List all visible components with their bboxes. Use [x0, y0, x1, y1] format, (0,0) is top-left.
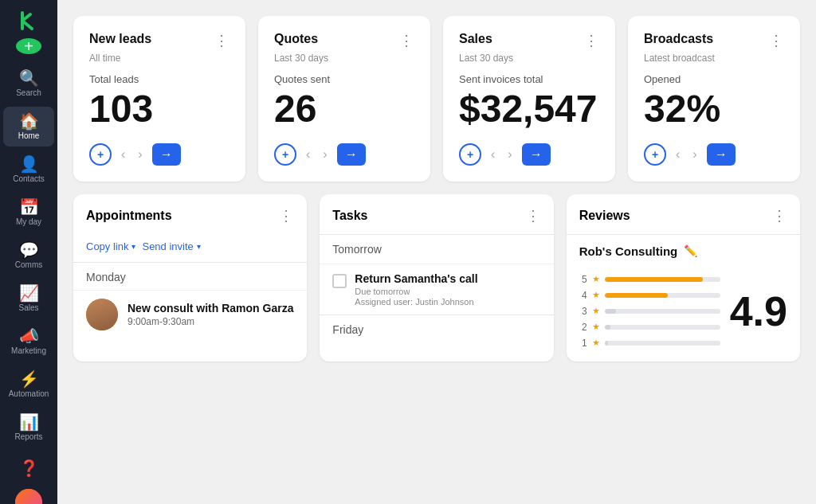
copy-link-button[interactable]: Copy link ▾ — [86, 240, 135, 252]
review-star-icon: ★ — [592, 306, 600, 316]
review-row-3: 3 ★ — [579, 306, 720, 317]
help-icon: ❓ — [19, 460, 39, 476]
sidebar-item-contacts[interactable]: 👤 Contacts — [3, 150, 54, 189]
stat-go-quotes[interactable]: → — [337, 143, 366, 166]
sidebar: + 🔍 Search 🏠 Home 👤 Contacts 📅 My day 💬 … — [0, 0, 57, 504]
sidebar-item-home[interactable]: 🏠 Home — [3, 107, 54, 147]
stat-add-broadcasts[interactable]: + — [644, 143, 666, 166]
stat-prev-broadcasts[interactable]: ‹ — [673, 146, 683, 163]
stat-next-broadcasts[interactable]: › — [689, 146, 700, 163]
tasks-more[interactable]: ⋮ — [526, 207, 541, 225]
stat-next-new-leads[interactable]: › — [135, 146, 145, 163]
review-num: 1 — [579, 338, 587, 349]
stat-go-sales[interactable]: → — [522, 143, 551, 166]
reviews-score: 4.9 — [730, 291, 787, 332]
copy-link-label: Copy link — [86, 240, 128, 252]
sidebar-item-comms[interactable]: 💬 Comms — [3, 236, 54, 275]
add-button[interactable]: + — [16, 38, 41, 54]
sidebar-item-label: Home — [18, 131, 40, 140]
review-star-icon: ★ — [592, 322, 600, 332]
sidebar-item-search[interactable]: 🔍 Search — [3, 64, 54, 104]
stat-label-broadcasts: Opened — [644, 73, 784, 85]
reviews-more[interactable]: ⋮ — [772, 207, 787, 225]
sidebar-item-label: Search — [16, 88, 41, 97]
review-bar-fill — [605, 341, 608, 346]
review-star-icon: ★ — [592, 338, 600, 348]
sidebar-item-label: Reports — [14, 432, 42, 441]
reviews-content: 5 ★ 4 ★ 3 ★ 2 ★ 1 ★ — [567, 268, 800, 361]
review-bar-fill — [605, 277, 703, 282]
sidebar-item-reports[interactable]: 📊 Reports — [3, 408, 54, 447]
sidebar-item-myday[interactable]: 📅 My day — [3, 193, 54, 232]
main-content: New leads ⋮ All time Total leads 103 + ‹… — [57, 0, 816, 504]
stat-label-quotes: Quotes sent — [274, 73, 414, 85]
review-row-1: 1 ★ — [579, 338, 720, 349]
stat-subtitle-sales: Last 30 days — [459, 53, 599, 64]
task-item: Return Samantha's call Due tomorrow Assi… — [320, 264, 553, 315]
review-bar-bg — [605, 277, 720, 282]
tasks-card: Tasks ⋮ Tomorrow Return Samantha's call … — [320, 194, 553, 361]
review-bar-bg — [605, 309, 720, 314]
stats-row: New leads ⋮ All time Total leads 103 + ‹… — [73, 16, 800, 182]
automation-icon: ⚡ — [19, 371, 39, 387]
stat-go-new-leads[interactable]: → — [152, 143, 181, 166]
stat-value-sales: $32,547 — [459, 88, 599, 131]
reviews-card: Reviews ⋮ Rob's Consulting ✏️ 5 ★ 4 ★ — [567, 194, 800, 361]
appointments-card: Appointments ⋮ Copy link ▾ Send invite ▾… — [73, 194, 307, 361]
stat-add-quotes[interactable]: + — [274, 143, 296, 166]
reviews-business-name: Rob's Consulting — [579, 244, 678, 258]
stat-add-sales[interactable]: + — [459, 143, 481, 166]
reviews-bars: 5 ★ 4 ★ 3 ★ 2 ★ 1 ★ — [579, 274, 720, 349]
review-bar-bg — [605, 293, 720, 298]
stat-more-new-leads[interactable]: ⋮ — [214, 32, 230, 49]
stat-prev-sales[interactable]: ‹ — [488, 146, 498, 163]
send-invite-chevron: ▾ — [197, 242, 201, 251]
reviews-title: Reviews — [579, 209, 630, 223]
stat-go-broadcasts[interactable]: → — [707, 143, 736, 166]
tasks-friday-label: Friday — [320, 315, 553, 344]
stat-add-new-leads[interactable]: + — [89, 143, 112, 166]
stat-next-sales[interactable]: › — [504, 146, 515, 163]
stat-prev-new-leads[interactable]: ‹ — [118, 146, 128, 163]
stat-subtitle-new-leads: All time — [89, 53, 230, 64]
apt-time: 9:00am-9:30am — [128, 316, 293, 327]
send-invite-button[interactable]: Send invite ▾ — [142, 240, 200, 252]
sidebar-item-automation[interactable]: ⚡ Automation — [3, 365, 54, 404]
appointment-item: New consult with Ramon Garza 9:00am-9:30… — [73, 290, 307, 338]
task-due: Due tomorrow — [355, 287, 477, 296]
sidebar-bottom: ❓ — [3, 454, 54, 504]
task-checkbox[interactable] — [332, 274, 347, 288]
edit-icon[interactable]: ✏️ — [684, 244, 697, 257]
stat-title-quotes: Quotes — [274, 32, 318, 46]
stat-label-sales: Sent invoices total — [459, 73, 599, 85]
sidebar-item-marketing[interactable]: 📣 Marketing — [3, 322, 54, 361]
sidebar-item-label: Contacts — [13, 174, 44, 183]
task-assigned-user: Justin Johnson — [415, 297, 473, 307]
sidebar-item-sales[interactable]: 📈 Sales — [3, 279, 54, 318]
user-avatar[interactable] — [15, 489, 42, 504]
stat-subtitle-quotes: Last 30 days — [274, 53, 414, 64]
stat-subtitle-broadcasts: Latest broadcast — [644, 53, 784, 64]
stat-value-broadcasts: 32% — [644, 88, 784, 131]
review-bar-bg — [605, 325, 720, 330]
task-assigned-label: Assigned user: — [355, 297, 413, 307]
sidebar-item-help[interactable]: ❓ — [3, 454, 54, 483]
stat-more-sales[interactable]: ⋮ — [584, 32, 599, 49]
appointments-more[interactable]: ⋮ — [279, 207, 294, 225]
reviews-business: Rob's Consulting ✏️ — [567, 234, 800, 268]
stat-more-quotes[interactable]: ⋮ — [399, 32, 414, 49]
app-logo — [16, 10, 41, 32]
stat-title-new-leads: New leads — [89, 32, 151, 46]
stat-card-new-leads: New leads ⋮ All time Total leads 103 + ‹… — [73, 16, 245, 182]
appointments-title: Appointments — [86, 209, 172, 223]
stat-label-new-leads: Total leads — [89, 73, 230, 85]
stat-prev-quotes[interactable]: ‹ — [303, 146, 313, 163]
tasks-tomorrow-label: Tomorrow — [320, 234, 553, 264]
sidebar-item-label: Sales — [18, 303, 38, 312]
send-invite-label: Send invite — [142, 240, 193, 252]
stat-more-broadcasts[interactable]: ⋮ — [769, 32, 784, 49]
review-bar-fill — [605, 325, 610, 330]
stat-card-quotes: Quotes ⋮ Last 30 days Quotes sent 26 + ‹… — [258, 16, 430, 182]
sidebar-item-label: Automation — [9, 389, 49, 398]
stat-next-quotes[interactable]: › — [320, 146, 330, 163]
